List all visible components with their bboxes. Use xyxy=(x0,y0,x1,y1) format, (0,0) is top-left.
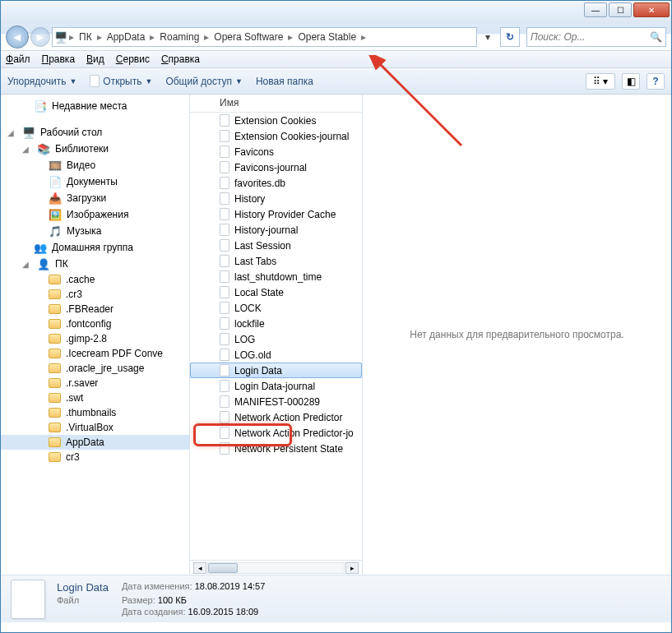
column-header-name[interactable]: Имя xyxy=(190,95,362,113)
minimize-button[interactable]: — xyxy=(584,2,607,17)
view-options-button[interactable]: ⠿ ▾ xyxy=(586,73,615,90)
address-bar[interactable]: 🖥️ ▸ ПК▸AppData▸Roaming▸Opera Software▸O… xyxy=(52,27,477,47)
tree-item[interactable]: .r.saver xyxy=(1,376,189,390)
file-row[interactable]: MANIFEST-000289 xyxy=(190,394,362,409)
tree-item[interactable]: ◢👤ПК xyxy=(1,256,189,272)
tree-item[interactable]: 📥Загрузки xyxy=(1,190,189,206)
file-row[interactable]: Extension Cookies xyxy=(190,113,362,128)
file-row[interactable]: Network Action Predictor-jo xyxy=(190,425,362,441)
file-row[interactable]: LOCK xyxy=(190,300,362,316)
collapse-icon[interactable]: ◢ xyxy=(22,145,32,154)
tree-item-label: Рабочий стол xyxy=(40,127,102,138)
breadcrumb-segment[interactable]: Opera Software xyxy=(211,31,286,43)
details-modified-label: Дата изменения: xyxy=(122,581,192,591)
file-row[interactable]: Local State xyxy=(190,284,362,300)
tree-item[interactable]: ◢🖥️Рабочий стол xyxy=(1,124,189,141)
tree-item-label: Недавние места xyxy=(52,100,127,112)
file-row[interactable]: Network Action Predictor xyxy=(190,409,362,425)
tree-item-label: Музыка xyxy=(67,225,101,237)
breadcrumb-segment[interactable]: ПК xyxy=(76,31,95,43)
tree-item[interactable]: ◢📚Библиотеки xyxy=(1,141,189,157)
back-button[interactable]: ◄ xyxy=(6,25,29,49)
tree-item[interactable]: .gimp-2.8 xyxy=(1,331,189,346)
file-row[interactable]: Extension Cookies-journal xyxy=(190,128,362,144)
tree-item[interactable]: .thumbnails xyxy=(1,405,189,420)
breadcrumb-segment[interactable]: Roaming xyxy=(156,31,202,43)
file-row[interactable]: History Provider Cache xyxy=(190,206,362,222)
scroll-thumb[interactable] xyxy=(208,563,238,573)
tree-item[interactable]: .fontconfig xyxy=(1,316,189,331)
file-row[interactable]: Favicons xyxy=(190,144,362,159)
file-row[interactable]: lockfile xyxy=(190,316,362,331)
file-row[interactable]: Login Data-journal xyxy=(190,378,362,394)
breadcrumb-segment[interactable]: Opera Stable xyxy=(294,31,359,43)
tree-item[interactable]: cr3 xyxy=(1,450,189,464)
scroll-left-button[interactable]: ◂ xyxy=(193,562,206,574)
tree-item[interactable]: .VirtualBox xyxy=(1,420,189,435)
file-row[interactable]: LOG xyxy=(190,331,362,347)
address-dropdown[interactable]: ▾ xyxy=(479,31,497,43)
file-name: Last Tabs xyxy=(234,256,276,267)
tree-item-label: Изображения xyxy=(67,209,128,220)
collapse-icon[interactable]: ◢ xyxy=(7,128,17,137)
menu-view[interactable]: Вид xyxy=(86,53,104,65)
file-row[interactable]: Network Persistent State xyxy=(190,441,362,456)
folder-icon xyxy=(49,378,61,388)
tree-item[interactable]: .swt xyxy=(1,390,189,405)
file-icon xyxy=(220,380,229,392)
file-row[interactable]: History-journal xyxy=(190,222,362,238)
file-row[interactable]: LOG.old xyxy=(190,347,362,363)
menu-help[interactable]: Справка xyxy=(161,53,200,65)
chevron-right-icon: ▸ xyxy=(202,31,211,43)
file-name: Local State xyxy=(234,287,284,298)
menu-tools[interactable]: Сервис xyxy=(116,53,150,65)
tree-item-label: Документы xyxy=(67,176,118,187)
navigation-tree[interactable]: 📑Недавние места◢🖥️Рабочий стол◢📚Библиоте… xyxy=(1,95,190,575)
collapse-icon[interactable]: ◢ xyxy=(22,260,32,269)
maximize-button[interactable]: ☐ xyxy=(609,2,632,17)
file-row[interactable]: Last Session xyxy=(190,238,362,253)
file-name: last_shutdown_time xyxy=(234,271,322,283)
file-row[interactable]: History xyxy=(190,191,362,206)
file-row[interactable]: Favicons-journal xyxy=(190,159,362,175)
tree-item[interactable]: 🖼️Изображения xyxy=(1,206,189,223)
menu-file[interactable]: Файл xyxy=(6,53,30,65)
file-list[interactable]: Extension CookiesExtension Cookies-journ… xyxy=(190,113,362,560)
file-row[interactable]: last_shutdown_time xyxy=(190,269,362,284)
file-row[interactable]: favorites.db xyxy=(190,175,362,191)
file-icon xyxy=(220,161,229,173)
tree-item[interactable]: .Icecream PDF Conve xyxy=(1,346,189,361)
tree-item[interactable]: .cr3 xyxy=(1,287,189,302)
open-button[interactable]: Открыть▼ xyxy=(90,75,152,87)
file-row[interactable]: Last Tabs xyxy=(190,253,362,269)
scroll-right-button[interactable]: ▸ xyxy=(345,562,359,574)
organize-button[interactable]: Упорядочить▼ xyxy=(7,76,76,87)
menu-bar: Файл Правка Вид Сервис Справка xyxy=(1,50,671,68)
forward-button[interactable]: ► xyxy=(30,27,50,47)
tree-item[interactable]: .oracle_jre_usage xyxy=(1,361,189,376)
tree-item-label: .VirtualBox xyxy=(66,422,114,433)
tree-item[interactable]: 📄Документы xyxy=(1,173,189,190)
help-button[interactable]: ? xyxy=(647,73,665,90)
search-input[interactable] xyxy=(531,31,650,43)
tree-item[interactable]: .FBReader xyxy=(1,302,189,316)
close-button[interactable]: ✕ xyxy=(633,2,670,17)
file-row[interactable]: Login Data xyxy=(190,363,362,378)
video-icon: 🎞️ xyxy=(49,159,62,172)
tree-item[interactable]: .cache xyxy=(1,272,189,287)
tree-item[interactable]: 🎞️Видео xyxy=(1,157,189,173)
breadcrumb-segment[interactable]: AppData xyxy=(104,31,149,43)
tree-item[interactable]: 🎵Музыка xyxy=(1,223,189,239)
tree-item[interactable]: AppData xyxy=(1,435,189,450)
new-folder-button[interactable]: Новая папка xyxy=(256,76,313,87)
scroll-track[interactable] xyxy=(207,562,345,574)
preview-pane-button[interactable]: ◧ xyxy=(622,73,640,90)
menu-edit[interactable]: Правка xyxy=(42,53,76,65)
share-button[interactable]: Общий доступ▼ xyxy=(165,76,243,87)
file-name: MANIFEST-000289 xyxy=(234,396,320,408)
search-box[interactable]: 🔍 xyxy=(526,27,666,47)
refresh-button[interactable]: ↻ xyxy=(500,27,520,47)
horizontal-scrollbar[interactable]: ◂ ▸ xyxy=(190,560,362,575)
tree-item[interactable]: 👥Домашняя группа xyxy=(1,239,189,256)
tree-item[interactable]: 📑Недавние места xyxy=(1,98,189,114)
